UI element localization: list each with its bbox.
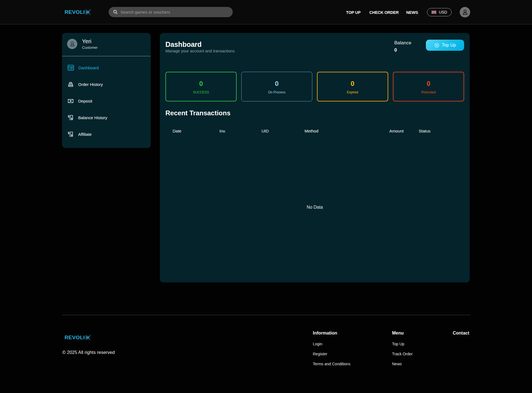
svg-text:$: $ [68, 115, 69, 118]
svg-text:$: $ [68, 131, 69, 134]
